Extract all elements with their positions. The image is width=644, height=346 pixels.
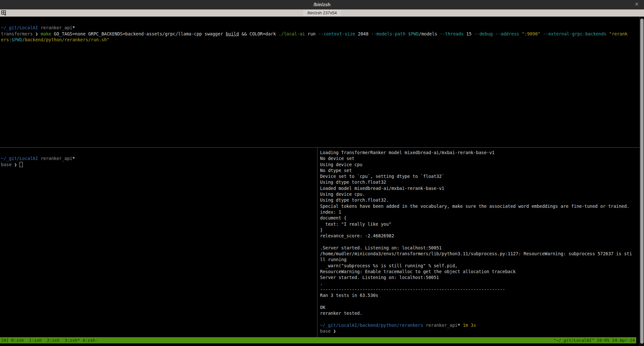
terminal-line: Using dtype torch.float32 xyxy=(320,179,637,185)
terminal-text: ----------------------------------------… xyxy=(320,287,505,292)
tab-menu-button[interactable] xyxy=(1,10,7,16)
terminal-line: base ❯ xyxy=(1,162,315,167)
terminal-line: document { xyxy=(320,215,637,221)
terminal-text: ers: xyxy=(1,37,12,42)
tab-label: /bin/zsh 237x54 xyxy=(307,10,337,15)
terminal-text: .Server started. Listening on: localhost… xyxy=(320,245,442,250)
terminal-line xyxy=(1,150,315,155)
terminal-text: * xyxy=(72,156,75,161)
terminal-tab[interactable]: /bin/zsh 237x54 xyxy=(303,10,341,16)
terminal-text: No device set xyxy=(320,156,355,161)
terminal-text: "rerank xyxy=(609,31,628,36)
terminal-text: Using device cpu xyxy=(320,162,362,167)
close-button[interactable]: ✕ xyxy=(635,1,639,7)
terminal-line: ~/_git/LocalAI reranker_api* xyxy=(1,155,315,161)
terminal-text: Ran 3 tests in 63.530s xyxy=(320,293,378,298)
terminal-line: ResourceWarning: Enable tracemalloc to g… xyxy=(320,269,637,274)
terminal-line: relevance_score: -2.46826982 xyxy=(320,233,637,239)
terminal-text: index: 1 xyxy=(320,209,341,215)
terminal-text: 1m 3s xyxy=(463,323,476,328)
terminal-text: No dtype set xyxy=(320,168,352,173)
terminal-line: index: 1 xyxy=(320,209,637,215)
terminal-text: Using dtype torch.float32 xyxy=(320,180,386,185)
terminal-line: /home/mudler/miniconda3/envs/transformer… xyxy=(320,251,637,257)
terminal-text: _warn("subprocess %s is still running" %… xyxy=(320,263,458,268)
terminal-line: text: "I really like you" xyxy=(320,221,637,227)
terminal-cursor xyxy=(20,162,23,167)
terminal-text: Loading TransformerRanker model mixedbre… xyxy=(320,150,494,155)
terminal-line xyxy=(320,298,637,304)
terminal-line: Using device cpu. xyxy=(320,191,637,197)
pane-border-horizontal xyxy=(317,147,644,148)
window-grid-icon xyxy=(1,10,7,16)
terminal-text: base xyxy=(320,328,331,334)
terminal-text: ~/_git/LocalAI xyxy=(1,25,38,30)
terminal-pane-bottom-right[interactable]: Loading TransformerRanker model mixedbre… xyxy=(320,150,637,334)
terminal-line: Loaded model mixedbread-ai/mxbai-rerank-… xyxy=(320,185,637,191)
terminal-text: ~/_git/LocalAI xyxy=(1,156,38,161)
terminal-text: ~/_git/LocalAI/backend/python/rerankers xyxy=(320,323,423,328)
terminal-line xyxy=(1,19,638,25)
terminal-text: ❯ xyxy=(33,31,41,36)
terminal-text xyxy=(493,31,495,36)
terminal-text: /backend/python/rerankers/run.sh" xyxy=(22,37,109,42)
terminal-line: ll running xyxy=(320,257,637,262)
status-session-window-list[interactable]: [0] 0:zsh 1:zsh 2:zsh 3:zsh* 4:zsh- xyxy=(1,337,98,343)
terminal-text: ❯ xyxy=(12,162,20,167)
terminal-pane-top[interactable]: ~/_git/LocalAI reranker_api*transformers… xyxy=(1,19,638,43)
terminal-line: ~/_git/LocalAI reranker_api* xyxy=(1,25,638,31)
terminal-line: .Server started. Listening on: localhost… xyxy=(320,245,637,251)
terminal-text: } xyxy=(320,227,323,233)
terminal: ~/_git/LocalAI reranker_api*transformers… xyxy=(0,17,644,346)
terminal-line: Special tokens have been added in the vo… xyxy=(320,203,637,209)
terminal-text: base xyxy=(1,162,12,167)
terminal-text: Server started. Listening on: localhost:… xyxy=(320,275,439,280)
terminal-text: ":9090" xyxy=(522,31,540,36)
terminal-text: ./local-ai xyxy=(278,31,305,36)
terminal-line: Using dtype torch.float32. xyxy=(320,197,637,203)
status-right-path-clock: "~/_git/LocalAI" 19:05 24-Apr-24 xyxy=(554,337,635,343)
window-title: /bin/zsh xyxy=(0,2,644,7)
terminal-line: base ❯ xyxy=(320,328,637,334)
terminal-line: } xyxy=(320,227,637,233)
terminal-text: --models-path xyxy=(371,31,406,36)
terminal-text: reranker_api xyxy=(426,323,458,328)
terminal-line: . xyxy=(320,281,637,286)
terminal-line: ----------------------------------------… xyxy=(320,286,637,292)
terminal-text: ll running xyxy=(320,257,346,262)
terminal-text: --external-grpc-backends xyxy=(543,31,606,36)
terminal-line: transformers ❯ make GO_TAGS=none GRPC_BA… xyxy=(1,31,638,37)
terminal-text: build xyxy=(226,31,239,36)
scrollbar-thumb[interactable] xyxy=(640,19,644,344)
terminal-text: Using dtype torch.float32. xyxy=(320,197,389,203)
terminal-text: run xyxy=(305,31,318,36)
terminal-text: . xyxy=(320,281,323,286)
terminal-pane-bottom-left[interactable]: ~/_git/LocalAI reranker_api*base ❯ xyxy=(1,150,315,167)
scrollbar-track[interactable] xyxy=(639,17,644,346)
window-titlebar: /bin/zsh ✕ xyxy=(0,0,644,9)
terminal-text: reranker_api xyxy=(41,25,73,30)
terminal-text: transformers xyxy=(1,31,33,36)
tmux-status-bar: [0] 0:zsh 1:zsh 2:zsh 3:zsh* 4:zsh- "~/_… xyxy=(0,337,636,343)
terminal-text: Loaded model mixedbread-ai/mxbai-rerank-… xyxy=(320,186,444,191)
terminal-line: OK xyxy=(320,304,637,310)
terminal-text: $PWD xyxy=(408,31,419,36)
terminal-line: _warn("subprocess %s is still running" %… xyxy=(320,263,637,269)
terminal-text: && COLOR=dark xyxy=(239,31,279,36)
terminal-text xyxy=(460,323,463,328)
pane-border-vertical xyxy=(317,147,317,337)
tab-bar: /bin/zsh 237x54 xyxy=(0,9,644,17)
terminal-line: reranker tested. xyxy=(320,310,637,316)
terminal-line: ers:$PWD/backend/python/rerankers/run.sh… xyxy=(1,37,638,43)
terminal-text: /home/mudler/miniconda3/envs/transformer… xyxy=(320,251,632,256)
terminal-line xyxy=(320,239,637,245)
terminal-text: * xyxy=(72,25,75,30)
terminal-text: reranker tested. xyxy=(320,311,362,316)
terminal-text: relevance_score: -2.46826982 xyxy=(320,233,394,238)
terminal-text: $PWD xyxy=(12,37,22,42)
terminal-text: make xyxy=(41,31,51,36)
terminal-text xyxy=(423,323,426,328)
terminal-text: GO_TAGS=none GRPC_BACKENDS=backend-asset… xyxy=(51,31,225,36)
terminal-text: 2048 xyxy=(355,31,371,36)
terminal-text: text: "I really like you" xyxy=(320,221,391,227)
